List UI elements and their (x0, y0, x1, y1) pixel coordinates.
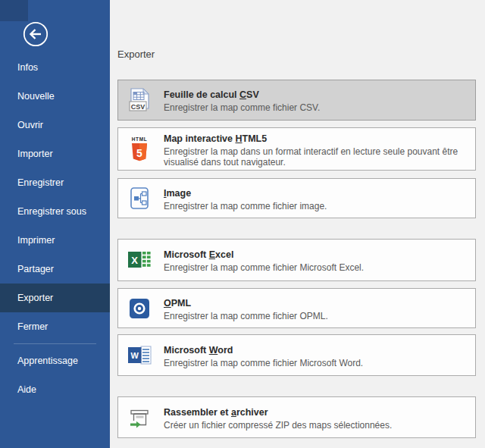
back-button[interactable] (23, 21, 48, 47)
export-option-description: Enregistrer la map comme fichier OPML. (164, 311, 328, 321)
sidebar-item-enregistrer-sous[interactable]: Enregistrer sous (0, 197, 110, 226)
image-file-icon (127, 185, 152, 212)
backstage-sidebar: Infos Nouvelle Ouvrir Importer Enregistr… (0, 0, 110, 448)
card-text: Microsoft Word Enregistrer la map comme … (164, 343, 363, 368)
export-option-word[interactable]: W Microsoft Word Enregistrer la map comm… (117, 334, 476, 376)
excel-icon: X (127, 246, 152, 274)
svg-text:5: 5 (136, 146, 142, 158)
export-option-title: Microsoft Word (164, 345, 233, 356)
sidebar-item-infos[interactable]: Infos (0, 53, 110, 82)
word-icon: W (127, 342, 152, 369)
export-option-html5[interactable]: HTML 5 Map interactive HTML5 Enregistrer… (117, 127, 476, 171)
export-option-archive[interactable]: Rassembler et archiver Créer un fichier … (117, 396, 476, 438)
svg-text:CSV: CSV (131, 103, 146, 111)
sidebar-item-ouvrir[interactable]: Ouvrir (0, 111, 110, 139)
export-option-description: Enregistrer la map comme fichier CSV. (164, 102, 320, 113)
export-option-title: Feuille de calcul CSV (164, 89, 259, 100)
archive-box-icon (127, 404, 152, 431)
sidebar-item-apprentissage[interactable]: Apprentissage (0, 346, 110, 375)
csv-file-icon: CSV (127, 86, 152, 114)
export-option-image[interactable]: Image Enregistrer la map comme fichier i… (117, 178, 476, 218)
sidebar-item-importer[interactable]: Importer (0, 139, 110, 168)
export-option-title: Map interactive HTML5 (164, 133, 267, 144)
svg-text:X: X (131, 255, 138, 266)
sidebar-divider (14, 343, 96, 344)
sidebar-item-fermer[interactable]: Fermer (0, 312, 110, 341)
export-panel: Exporter CSV Feuille de (110, 0, 485, 448)
export-option-title: Microsoft Excel (164, 249, 233, 260)
export-option-description: Enregistrer la map comme fichier image. (164, 201, 327, 211)
export-option-title: OPML (164, 298, 191, 309)
page-title: Exporter (117, 49, 155, 60)
export-option-title: Image (164, 188, 191, 199)
sidebar-item-imprimer[interactable]: Imprimer (0, 226, 110, 255)
back-arrow-icon (23, 36, 48, 49)
card-text: Feuille de calcul CSV Enregistrer la map… (164, 87, 320, 113)
sidebar-item-partager[interactable]: Partager (0, 255, 110, 284)
window-accent-stub (0, 0, 28, 21)
card-text: OPML Enregistrer la map comme fichier OP… (164, 296, 328, 321)
export-option-description: Enregistrer la map comme fichier Microso… (164, 262, 364, 273)
sidebar-item-aide[interactable]: Aide (0, 375, 110, 404)
card-text: Image Enregistrer la map comme fichier i… (164, 186, 327, 211)
opml-icon (127, 295, 152, 322)
export-options-list: CSV Feuille de calcul CSV Enregistrer la… (117, 80, 476, 438)
html5-icon: HTML 5 (127, 136, 152, 163)
card-text: Microsoft Excel Enregistrer la map comme… (164, 247, 364, 273)
export-option-excel[interactable]: X Microsoft Excel Enregistrer la map com… (117, 239, 476, 281)
svg-text:W: W (131, 351, 139, 360)
svg-text:HTML: HTML (132, 136, 147, 142)
sidebar-item-enregistrer[interactable]: Enregistrer (0, 168, 110, 197)
sidebar-nav: Infos Nouvelle Ouvrir Importer Enregistr… (0, 53, 110, 404)
export-option-description: Créer un fichier compressé ZIP des maps … (164, 420, 392, 431)
sidebar-item-exporter[interactable]: Exporter (0, 284, 110, 312)
export-option-opml[interactable]: OPML Enregistrer la map comme fichier OP… (117, 288, 476, 328)
export-option-csv[interactable]: CSV Feuille de calcul CSV Enregistrer la… (117, 80, 476, 121)
card-text: Rassembler et archiver Créer un fichier … (164, 405, 392, 431)
card-text: Map interactive HTML5 Enregistrer la map… (164, 131, 468, 168)
export-option-title: Rassembler et archiver (164, 407, 268, 418)
export-option-description: Enregistrer la map comme fichier Microso… (164, 358, 363, 368)
sidebar-item-nouvelle[interactable]: Nouvelle (0, 82, 110, 111)
export-option-description: Enregistrer la map dans un format intera… (164, 146, 468, 168)
